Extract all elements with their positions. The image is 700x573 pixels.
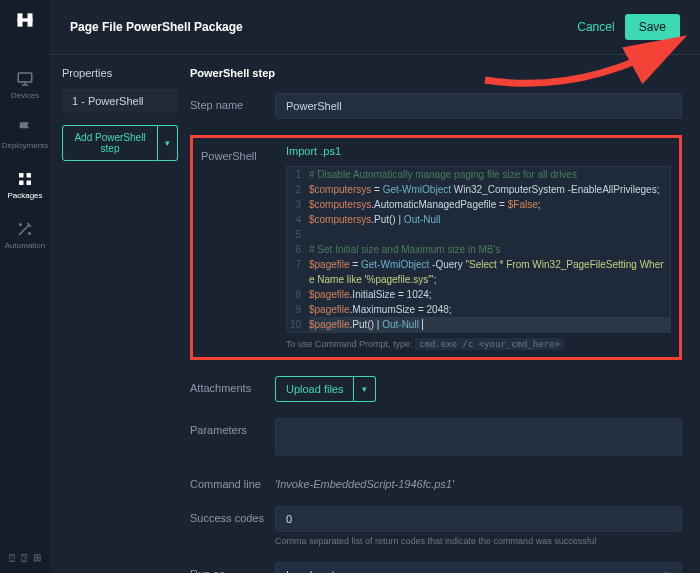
success-codes-label: Success codes xyxy=(190,506,275,524)
command-prompt-hint: To use Command Prompt, type: cmd.exe /c … xyxy=(286,339,671,349)
upload-dropdown[interactable]: ▾ xyxy=(354,376,376,402)
user-icon[interactable]: ⍰ xyxy=(21,552,27,563)
save-button[interactable]: Save xyxy=(625,14,680,40)
attachments-label: Attachments xyxy=(190,376,275,394)
grid-icon xyxy=(16,170,34,188)
properties-heading: Properties xyxy=(62,67,178,79)
step-tab-1[interactable]: 1 - PowerShell xyxy=(62,89,178,113)
command-line-value: 'Invoke-EmbeddedScript-1946fc.ps1' xyxy=(275,472,682,490)
success-codes-input[interactable] xyxy=(275,506,682,532)
powershell-label: PowerShell xyxy=(201,144,286,162)
success-codes-helper: Comma separated list of return codes tha… xyxy=(275,536,682,546)
app-logo-icon xyxy=(15,10,35,30)
cancel-button[interactable]: Cancel xyxy=(577,20,614,34)
step-name-input[interactable] xyxy=(275,93,682,119)
nav-deployments[interactable]: Deployments xyxy=(0,110,50,160)
header: Page File PowerShell Package Cancel Save xyxy=(50,0,700,55)
monitor-icon xyxy=(16,70,34,88)
add-icon[interactable]: ⊞ xyxy=(33,552,41,563)
help-icon[interactable]: ⍰ xyxy=(9,552,15,563)
nav-devices[interactable]: Devices xyxy=(0,60,50,110)
highlighted-region: PowerShell Import .ps1 1# Disable Automa… xyxy=(190,135,682,360)
run-as-select[interactable]: Local system ▼ xyxy=(275,562,682,573)
command-line-label: Command line xyxy=(190,472,275,490)
add-step-dropdown[interactable]: ▾ xyxy=(158,125,178,161)
nav-label: Deployments xyxy=(2,141,49,150)
svg-point-11 xyxy=(29,233,31,235)
run-as-label: Run as xyxy=(190,562,275,573)
sidebar: Devices Deployments Packages Automation … xyxy=(0,0,50,573)
svg-rect-3 xyxy=(18,73,32,82)
add-step-button[interactable]: Add PowerShell step xyxy=(62,125,158,161)
svg-rect-6 xyxy=(19,173,24,178)
svg-point-10 xyxy=(20,224,22,226)
nav-automation[interactable]: Automation xyxy=(0,210,50,260)
flag-icon xyxy=(16,120,34,138)
nav-label: Automation xyxy=(5,241,45,250)
svg-rect-9 xyxy=(27,181,32,186)
upload-files-button[interactable]: Upload files xyxy=(275,376,354,402)
page-title: Page File PowerShell Package xyxy=(70,20,243,34)
step-name-label: Step name xyxy=(190,93,275,111)
import-ps1-link[interactable]: Import .ps1 xyxy=(286,145,341,157)
wand-icon xyxy=(16,220,34,238)
svg-rect-8 xyxy=(19,181,24,186)
nav-label: Devices xyxy=(11,91,39,100)
code-editor[interactable]: 1# Disable Automatically manage paging f… xyxy=(286,166,671,333)
svg-rect-2 xyxy=(18,18,33,21)
nav-packages[interactable]: Packages xyxy=(0,160,50,210)
nav-label: Packages xyxy=(7,191,42,200)
section-heading: PowerShell step xyxy=(190,67,682,79)
parameters-label: Parameters xyxy=(190,418,275,436)
parameters-input[interactable] xyxy=(275,418,682,456)
sidebar-bottom-icons: ⍰ ⍰ ⊞ xyxy=(9,552,41,563)
svg-rect-7 xyxy=(27,173,32,178)
